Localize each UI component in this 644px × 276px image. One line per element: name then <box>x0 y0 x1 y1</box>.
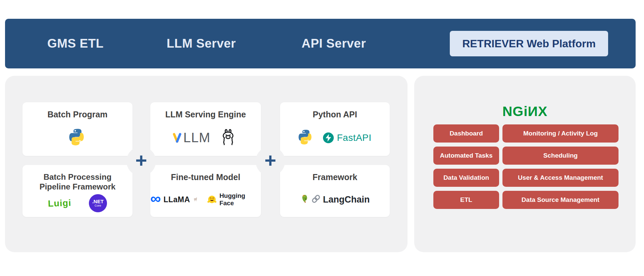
dotnet-core-icon: .NET Core <box>89 194 107 212</box>
button-user-access-management[interactable]: User & Access Management <box>502 169 619 187</box>
header-item-api-server[interactable]: API Server <box>302 37 366 51</box>
langchain-label: LangChain <box>323 195 370 205</box>
button-monitoring-activity-log[interactable]: Monitoring / Activity Log <box>502 124 619 143</box>
retriever-web-platform-button[interactable]: RETRIEVER Web Platform <box>450 31 608 56</box>
python-icon <box>298 129 314 146</box>
plus-connector: + <box>126 147 156 176</box>
card-batch-program: Batch Program <box>22 102 132 156</box>
vllm-icon: LLM <box>173 130 211 145</box>
hugging-face-label: Hugging Face <box>219 192 261 207</box>
vllm-label: LLM <box>183 130 211 145</box>
dotnet-sub-label: Core <box>95 204 101 208</box>
llama-icon <box>218 127 238 149</box>
plus-icon: + <box>135 151 147 171</box>
plus-connector: + <box>256 147 285 176</box>
button-etl[interactable]: ETL <box>433 191 499 209</box>
fastapi-icon: FastAPI <box>323 132 371 143</box>
card-fine-tuned-model: Fine-tuned Model ∞ LLaMA <box>150 165 261 217</box>
dotnet-label: .NET <box>92 199 104 204</box>
card-title: LLM Serving Engine <box>165 109 246 120</box>
card-python-api: Python API FastAPI <box>280 102 390 156</box>
web-platform-panel: NGiИX Dashboard Monitoring / Activity Lo… <box>414 76 636 252</box>
card-batch-processing-pipeline-framework: Batch Processing Pipeline Framework Luig… <box>22 165 132 217</box>
meta-icon: ∞ LLaMA <box>150 195 198 204</box>
header-item-gms-etl[interactable]: GMS ETL <box>47 37 104 51</box>
llama-label: LLaMA <box>163 195 190 204</box>
python-icon <box>69 128 86 147</box>
button-data-source-management[interactable]: Data Source Management <box>502 191 619 209</box>
parrot-icon <box>300 194 310 205</box>
chain-link-icon <box>311 194 321 205</box>
card-framework: Framework <box>280 165 390 217</box>
card-title: Batch Program <box>47 109 107 120</box>
fastapi-label: FastAPI <box>337 132 371 143</box>
header-item-llm-server[interactable]: LLM Server <box>167 37 236 51</box>
card-title-line1: Batch Processing <box>40 172 116 182</box>
card-llm-serving-engine: LLM Serving Engine LLM <box>150 102 261 156</box>
llama-small-icon <box>193 197 198 202</box>
header-bar: GMS ETL LLM Server API Server RETRIEVER … <box>5 19 636 68</box>
architecture-diagram: GMS ETL LLM Server API Server RETRIEVER … <box>0 0 644 276</box>
button-scheduling[interactable]: Scheduling <box>502 147 619 165</box>
plus-icon: + <box>264 151 276 171</box>
nginx-logo: NGiИX <box>414 105 636 118</box>
luigi-icon: Luigi <box>48 198 72 209</box>
servers-panel: Batch Program LLM Serving Engine <box>5 76 408 252</box>
button-dashboard[interactable]: Dashboard <box>433 124 499 143</box>
card-title-line2: Pipeline Framework <box>40 182 116 191</box>
card-title: Framework <box>313 172 357 182</box>
card-title: Batch Processing Pipeline Framework <box>40 172 116 192</box>
button-data-validation[interactable]: Data Validation <box>433 169 499 187</box>
card-title: Python API <box>313 109 357 120</box>
hugging-face-icon: Hugging Face <box>207 192 261 207</box>
card-title: Fine-tuned Model <box>171 172 240 182</box>
button-automated-tasks[interactable]: Automated Tasks <box>433 147 499 165</box>
